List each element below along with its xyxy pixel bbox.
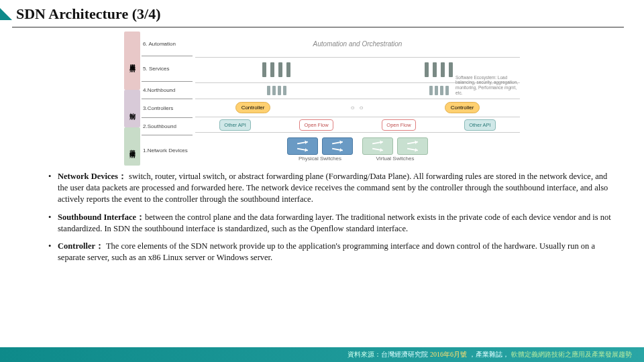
virtual-switch-icon — [397, 137, 428, 155]
row-label-automation: 6. Automation — [142, 32, 193, 56]
controller-pill-left: Controller — [235, 102, 271, 113]
bullet-network-devices: Network Devices： switch, router, virtual… — [48, 171, 612, 205]
row-label-controllers: 3.Controllers — [142, 99, 193, 119]
footer-label: 資料來源： — [347, 350, 381, 359]
service-bar-icon — [425, 62, 429, 77]
row-southbound: Other API Open Flow Open Flow Other API — [195, 117, 520, 133]
footer-publication: 軟體定義網路技術之應用及產業發展趨勢 — [511, 350, 632, 359]
bullet-list: Network Devices： switch, router, virtual… — [48, 171, 612, 263]
layer-application: 應用服務層 — [124, 32, 140, 90]
nb-group — [429, 86, 449, 95]
bullet-controller: Controller： The core elements of the SDN… — [48, 241, 612, 263]
diagram-main: Automation and Orchestration Software Ec… — [195, 32, 520, 166]
bullet-text: The core elements of the SDN network pro… — [58, 241, 595, 262]
page-title: SDN Architecture (3/4) — [16, 5, 160, 23]
bullet-term: Network Devices： — [58, 172, 127, 181]
physical-switch-caption: Physical Switches — [299, 156, 341, 162]
row-label-network-devices: 1.Network Devices — [142, 135, 193, 166]
side-layer-column: 應用服務層 控制層 基礎架構層 — [124, 32, 140, 166]
sdn-architecture-diagram: 應用服務層 控制層 基礎架構層 6. Automation 5. Service… — [124, 32, 520, 166]
virtual-switch-group: Virtual Switches — [362, 137, 428, 162]
footer-source: 台灣經濟研究院 — [381, 350, 428, 359]
physical-switch-icon — [287, 137, 318, 155]
footer-attribution: 資料來源： 台灣經濟研究院 2016年6月號 ，產業雜誌， 軟體定義網路技術之應… — [0, 347, 644, 362]
api-openflow-right: Open Flow — [382, 119, 415, 131]
bullet-southbound: Southbound Interface：between the control… — [48, 212, 612, 235]
physical-switch-group: Physical Switches — [287, 137, 353, 162]
service-group-left — [262, 62, 290, 77]
divider — [12, 27, 624, 27]
nb-bar-icon — [283, 86, 286, 95]
service-bar-icon — [441, 62, 445, 77]
row-controllers: Controller ○ ○ Controller — [195, 99, 520, 117]
row-services: Software Ecosystem: Load balancing, secu… — [195, 58, 520, 84]
title-accent-icon — [0, 8, 12, 20]
nb-bar-icon — [440, 86, 443, 95]
api-other-right: Other API — [464, 119, 496, 131]
service-bar-icon — [262, 62, 266, 77]
bullet-term: Southbound Interface： — [58, 213, 145, 222]
footer-year: 2016年6月號 — [430, 350, 467, 359]
nb-bar-icon — [278, 86, 281, 95]
controller-pill-right: Controller — [445, 102, 480, 113]
row-network-devices: Physical Switches Virtual Switches — [195, 133, 520, 166]
footer-mid: ，產業雜誌， — [469, 350, 509, 359]
row-label-column: 6. Automation 5. Services 4.Northbound 3… — [142, 32, 193, 166]
nb-bar-icon — [445, 86, 449, 95]
nb-bar-icon — [267, 86, 270, 95]
row-automation: Automation and Orchestration — [195, 32, 520, 58]
row-label-southbound: 2.Southbound — [142, 118, 193, 135]
api-openflow-left: Open Flow — [299, 119, 333, 131]
physical-switch-icon — [322, 137, 353, 155]
controller-link-icon: ○ ○ — [351, 104, 365, 111]
bullet-term: Controller： — [58, 241, 104, 251]
layer-control: 控制層 — [124, 90, 140, 128]
service-bar-icon — [286, 62, 290, 77]
api-other-left: Other API — [219, 119, 251, 131]
title-bar: SDN Architecture (3/4) — [0, 0, 644, 25]
automation-header: Automation and Orchestration — [313, 40, 402, 48]
row-northbound — [195, 83, 520, 99]
bullet-text: switch, router, virtual switch, or abstr… — [58, 172, 608, 204]
nb-bar-icon — [272, 86, 276, 95]
service-bar-icon — [270, 62, 274, 77]
nb-bar-icon — [429, 86, 433, 95]
nb-bar-icon — [435, 86, 438, 95]
row-label-northbound: 4.Northbound — [142, 82, 193, 99]
nb-group — [267, 86, 286, 95]
service-bar-icon — [433, 62, 437, 77]
service-bar-icon — [278, 62, 282, 77]
service-bar-icon — [449, 62, 453, 77]
row-label-services: 5. Services — [142, 56, 193, 81]
virtual-switch-icon — [362, 137, 393, 155]
service-group-right — [425, 62, 453, 77]
virtual-switch-caption: Virtual Switches — [376, 156, 415, 162]
layer-infrastructure: 基礎架構層 — [124, 127, 140, 166]
